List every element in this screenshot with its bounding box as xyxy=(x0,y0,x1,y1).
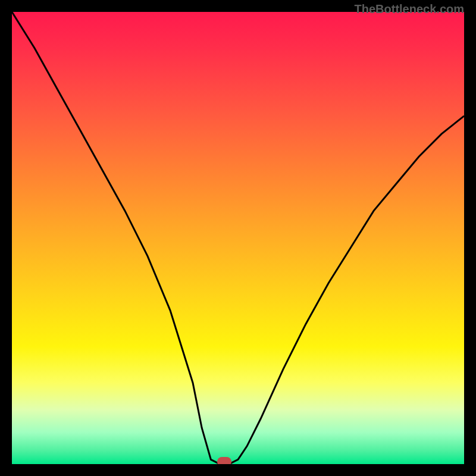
plot-area xyxy=(12,12,464,464)
bottleneck-curve xyxy=(12,12,464,464)
optimum-marker xyxy=(217,457,231,464)
curve-layer xyxy=(12,12,464,464)
watermark-text: TheBottleneck.com xyxy=(355,2,464,16)
